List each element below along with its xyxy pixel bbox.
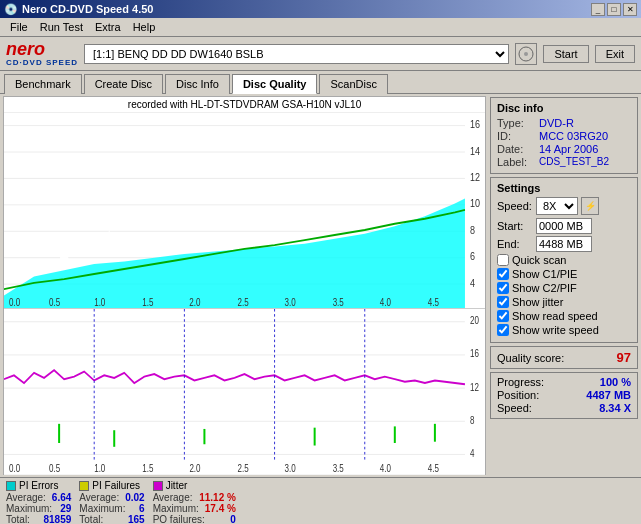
quality-value: 97 bbox=[617, 350, 631, 365]
svg-text:4.5: 4.5 bbox=[428, 297, 439, 308]
pi-errors-label: PI Errors bbox=[19, 480, 58, 491]
tab-disc-info[interactable]: Disc Info bbox=[165, 74, 230, 94]
menu-run-test[interactable]: Run Test bbox=[34, 20, 89, 34]
svg-point-1 bbox=[524, 52, 528, 56]
quick-scan-checkbox[interactable] bbox=[497, 254, 509, 266]
bottom-stats-bar: PI Errors Average: 6.64 Maximum: 29 Tota… bbox=[0, 477, 641, 524]
pi-failures-color bbox=[79, 481, 89, 491]
start-button[interactable]: Start bbox=[543, 45, 588, 63]
svg-text:0.0: 0.0 bbox=[9, 297, 20, 308]
svg-text:0.0: 0.0 bbox=[9, 463, 20, 474]
window-icon: 💿 bbox=[4, 3, 18, 16]
chart-title: recorded with HL-DT-STDVDRAM GSA-H10N vJ… bbox=[4, 97, 485, 113]
disc-label-value: CDS_TEST_B2 bbox=[539, 156, 609, 168]
logo-cd-dvd-speed: CD·DVD SPEED bbox=[6, 58, 78, 67]
logo-nero: nero bbox=[6, 40, 78, 58]
maximize-button[interactable]: □ bbox=[607, 3, 621, 16]
jitter-color bbox=[153, 481, 163, 491]
svg-text:1.5: 1.5 bbox=[142, 297, 153, 308]
show-c2pif-checkbox[interactable] bbox=[497, 282, 509, 294]
pi-errors-total-value: 81859 bbox=[44, 514, 72, 524]
upper-chart-svg: 16 14 12 10 8 6 4 50 40 30 20 10 0 0.0 bbox=[4, 113, 485, 308]
progress-label: Progress: bbox=[497, 376, 544, 388]
date-label: Date: bbox=[497, 143, 535, 155]
svg-text:4.0: 4.0 bbox=[380, 297, 391, 308]
tab-benchmark[interactable]: Benchmark bbox=[4, 74, 82, 94]
pi-errors-avg-value: 6.64 bbox=[52, 492, 71, 503]
speed-icon-button[interactable]: ⚡ bbox=[581, 197, 599, 215]
pi-errors-color bbox=[6, 481, 16, 491]
tab-create-disc[interactable]: Create Disc bbox=[84, 74, 163, 94]
id-value: MCC 03RG20 bbox=[539, 130, 608, 142]
end-mb-input[interactable] bbox=[536, 236, 592, 252]
jitter-max-label: Maximum: bbox=[153, 503, 199, 514]
close-button[interactable]: ✕ bbox=[623, 3, 637, 16]
menu-bar: File Run Test Extra Help bbox=[0, 18, 641, 37]
svg-text:4: 4 bbox=[470, 448, 474, 459]
speed-stat-value: 8.34 X bbox=[599, 402, 631, 414]
menu-extra[interactable]: Extra bbox=[89, 20, 127, 34]
title-bar: 💿 Nero CD-DVD Speed 4.50 _ □ ✕ bbox=[0, 0, 641, 18]
start-mb-input[interactable] bbox=[536, 218, 592, 234]
position-value: 4487 MB bbox=[586, 389, 631, 401]
svg-text:4.0: 4.0 bbox=[380, 463, 391, 474]
date-value: 14 Apr 2006 bbox=[539, 143, 598, 155]
jitter-group: Jitter Average: 11.12 % Maximum: 17.4 % … bbox=[153, 480, 236, 524]
speed-label: Speed: bbox=[497, 200, 533, 212]
show-write-speed-label: Show write speed bbox=[512, 324, 599, 336]
speed-select[interactable]: 8X bbox=[536, 197, 578, 215]
disc-label-label: Label: bbox=[497, 156, 535, 168]
show-read-speed-label: Show read speed bbox=[512, 310, 598, 322]
tab-scan-disc[interactable]: ScanDisc bbox=[319, 74, 387, 94]
svg-text:8: 8 bbox=[470, 224, 475, 236]
pi-failures-total-value: 165 bbox=[128, 514, 145, 524]
jitter-label: Jitter bbox=[166, 480, 188, 491]
pi-failures-total-label: Total: bbox=[79, 514, 103, 524]
id-label: ID: bbox=[497, 130, 535, 142]
po-failures-label: PO failures: bbox=[153, 514, 205, 524]
show-write-speed-checkbox[interactable] bbox=[497, 324, 509, 336]
window-title: Nero CD-DVD Speed 4.50 bbox=[22, 3, 153, 15]
jitter-avg-label: Average: bbox=[153, 492, 193, 503]
svg-text:20: 20 bbox=[470, 315, 479, 326]
show-jitter-checkbox[interactable] bbox=[497, 296, 509, 308]
start-mb-label: Start: bbox=[497, 220, 533, 232]
menu-file[interactable]: File bbox=[4, 20, 34, 34]
svg-text:1.0: 1.0 bbox=[94, 297, 105, 308]
svg-text:16: 16 bbox=[470, 118, 480, 130]
tab-disc-quality[interactable]: Disc Quality bbox=[232, 74, 318, 94]
right-panel: Disc info Type: DVD-R ID: MCC 03RG20 Dat… bbox=[490, 97, 638, 474]
pi-failures-max-label: Maximum: bbox=[79, 503, 125, 514]
progress-value: 100 % bbox=[600, 376, 631, 388]
pi-errors-avg-label: Average: bbox=[6, 492, 46, 503]
pi-failures-avg-label: Average: bbox=[79, 492, 119, 503]
pi-failures-group: PI Failures Average: 0.02 Maximum: 6 Tot… bbox=[79, 480, 144, 524]
svg-text:1.5: 1.5 bbox=[142, 463, 153, 474]
show-read-speed-checkbox[interactable] bbox=[497, 310, 509, 322]
menu-help[interactable]: Help bbox=[127, 20, 162, 34]
svg-text:3.5: 3.5 bbox=[333, 297, 344, 308]
svg-text:12: 12 bbox=[470, 171, 480, 183]
drive-select[interactable]: [1:1] BENQ DD DD DW1640 BSLB bbox=[84, 44, 509, 64]
minimize-button[interactable]: _ bbox=[591, 3, 605, 16]
exit-button[interactable]: Exit bbox=[595, 45, 635, 63]
pi-errors-group: PI Errors Average: 6.64 Maximum: 29 Tota… bbox=[6, 480, 71, 524]
jitter-max-value: 17.4 % bbox=[205, 503, 236, 514]
show-c1pie-label: Show C1/PIE bbox=[512, 268, 577, 280]
quality-row: Quality score: 97 bbox=[490, 346, 638, 369]
type-value: DVD-R bbox=[539, 117, 574, 129]
speed-stat-label: Speed: bbox=[497, 402, 532, 414]
svg-text:2.5: 2.5 bbox=[237, 463, 248, 474]
lower-chart-svg: 20 16 12 8 4 10 8 6 4 2 0.0 0.5 1.0 1.5 bbox=[4, 309, 485, 475]
settings-title: Settings bbox=[497, 182, 631, 194]
quality-label: Quality score: bbox=[497, 352, 564, 364]
pi-errors-max-value: 29 bbox=[60, 503, 71, 514]
show-c1pie-checkbox[interactable] bbox=[497, 268, 509, 280]
drive-icon-button[interactable] bbox=[515, 43, 537, 65]
pi-failures-avg-value: 0.02 bbox=[125, 492, 144, 503]
pi-errors-max-label: Maximum: bbox=[6, 503, 52, 514]
pi-failures-label: PI Failures bbox=[92, 480, 140, 491]
disc-info-box: Disc info Type: DVD-R ID: MCC 03RG20 Dat… bbox=[490, 97, 638, 174]
end-mb-label: End: bbox=[497, 238, 533, 250]
svg-text:2.5: 2.5 bbox=[237, 297, 248, 308]
